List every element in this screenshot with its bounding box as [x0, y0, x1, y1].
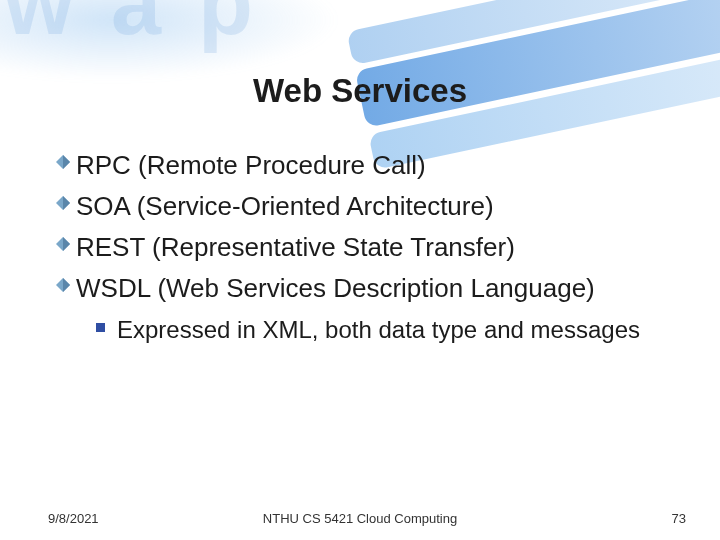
list-item: SOA (Service-Oriented Architecture) [56, 189, 680, 224]
list-item: RPC (Remote Procedure Call) [56, 148, 680, 183]
svg-marker-5 [63, 237, 70, 251]
diamond-bullet-icon [56, 196, 70, 210]
svg-marker-3 [63, 196, 70, 210]
slide-title: Web Services [253, 72, 467, 110]
list-item: REST (Representative State Transfer) [56, 230, 680, 265]
list-item: Expressed in XML, both data type and mes… [96, 314, 680, 346]
svg-marker-7 [63, 278, 70, 292]
svg-marker-1 [63, 155, 70, 169]
slide: Web Services RPC (Remote Procedure Call)… [0, 0, 720, 540]
list-item-text: WSDL (Web Services Description Language) [76, 271, 595, 306]
footer-course: NTHU CS 5421 Cloud Computing [0, 511, 720, 526]
list-item-text: RPC (Remote Procedure Call) [76, 148, 426, 183]
list-item: WSDL (Web Services Description Language) [56, 271, 680, 306]
list-item-text: Expressed in XML, both data type and mes… [117, 314, 640, 346]
list-item-text: REST (Representative State Transfer) [76, 230, 515, 265]
diamond-bullet-icon [56, 155, 70, 169]
slide-body: RPC (Remote Procedure Call) SOA (Service… [0, 128, 720, 540]
slide-footer: 9/8/2021 NTHU CS 5421 Cloud Computing 73 [0, 511, 720, 526]
diamond-bullet-icon [56, 237, 70, 251]
title-area: Web Services [0, 0, 720, 128]
square-bullet-icon [96, 323, 105, 332]
list-item-text: SOA (Service-Oriented Architecture) [76, 189, 494, 224]
diamond-bullet-icon [56, 278, 70, 292]
